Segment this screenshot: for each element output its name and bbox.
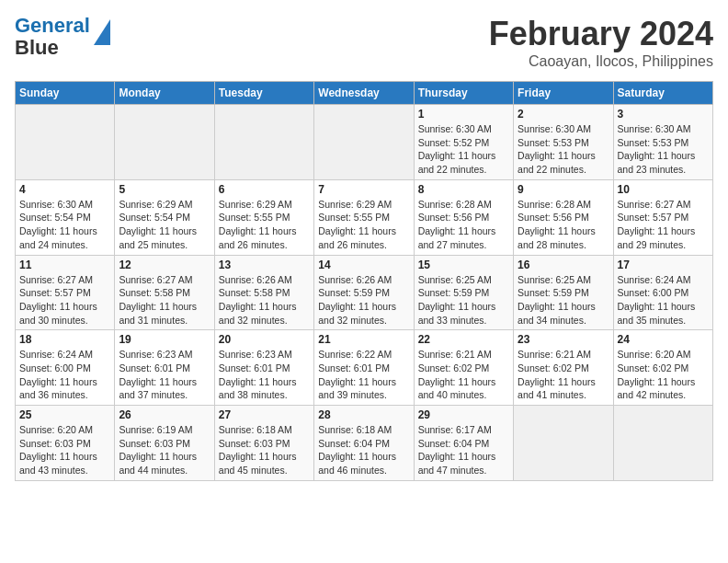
day-info: Sunrise: 6:27 AM Sunset: 5:57 PM Dayligh…: [618, 198, 709, 252]
page-subtitle: Caoayan, Ilocos, Philippines: [489, 53, 713, 70]
day-number: 20: [219, 333, 310, 346]
day-info: Sunrise: 6:25 AM Sunset: 5:59 PM Dayligh…: [518, 273, 609, 327]
day-number: 23: [518, 333, 609, 346]
day-number: 27: [219, 408, 310, 421]
day-info: Sunrise: 6:21 AM Sunset: 6:02 PM Dayligh…: [518, 348, 609, 402]
day-info: Sunrise: 6:24 AM Sunset: 6:00 PM Dayligh…: [618, 273, 709, 327]
column-header-sunday: Sunday: [16, 82, 115, 105]
day-number: 28: [318, 408, 409, 421]
day-number: 7: [318, 183, 409, 196]
calendar-table: SundayMondayTuesdayWednesdayThursdayFrid…: [15, 81, 713, 481]
calendar-cell: 17Sunrise: 6:24 AM Sunset: 6:00 PM Dayli…: [613, 255, 712, 330]
calendar-cell: 3Sunrise: 6:30 AM Sunset: 5:53 PM Daylig…: [613, 105, 712, 180]
calendar-cell: 11Sunrise: 6:27 AM Sunset: 5:57 PM Dayli…: [16, 255, 115, 330]
calendar-cell: 20Sunrise: 6:23 AM Sunset: 6:01 PM Dayli…: [214, 330, 313, 406]
day-number: 2: [518, 108, 609, 121]
day-number: 10: [618, 183, 709, 196]
day-info: Sunrise: 6:29 AM Sunset: 5:55 PM Dayligh…: [219, 198, 310, 252]
day-number: 13: [219, 259, 310, 271]
calendar-cell: 26Sunrise: 6:19 AM Sunset: 6:03 PM Dayli…: [115, 406, 214, 481]
calendar-cell: 12Sunrise: 6:27 AM Sunset: 5:58 PM Dayli…: [115, 255, 214, 330]
calendar-cell: [314, 105, 414, 180]
day-info: Sunrise: 6:30 AM Sunset: 5:53 PM Dayligh…: [518, 122, 609, 177]
day-number: 5: [119, 183, 210, 196]
day-number: 17: [618, 259, 709, 271]
calendar-cell: 4Sunrise: 6:30 AM Sunset: 5:54 PM Daylig…: [16, 179, 115, 255]
day-number: 3: [618, 108, 709, 121]
day-info: Sunrise: 6:19 AM Sunset: 6:03 PM Dayligh…: [119, 423, 210, 477]
day-info: Sunrise: 6:18 AM Sunset: 6:04 PM Dayligh…: [318, 423, 409, 477]
calendar-cell: 19Sunrise: 6:23 AM Sunset: 6:01 PM Dayli…: [115, 330, 214, 406]
day-number: 24: [618, 333, 709, 346]
day-info: Sunrise: 6:29 AM Sunset: 5:55 PM Dayligh…: [318, 198, 409, 252]
calendar-cell: [613, 406, 712, 481]
calendar-cell: [214, 105, 313, 180]
calendar-cell: 2Sunrise: 6:30 AM Sunset: 5:53 PM Daylig…: [514, 105, 613, 180]
calendar-cell: 29Sunrise: 6:17 AM Sunset: 6:04 PM Dayli…: [414, 406, 513, 481]
calendar-cell: 6Sunrise: 6:29 AM Sunset: 5:55 PM Daylig…: [214, 179, 313, 255]
column-header-wednesday: Wednesday: [314, 82, 414, 105]
column-header-friday: Friday: [514, 82, 613, 105]
day-info: Sunrise: 6:17 AM Sunset: 6:04 PM Dayligh…: [418, 423, 509, 477]
day-info: Sunrise: 6:26 AM Sunset: 5:58 PM Dayligh…: [219, 273, 310, 327]
calendar-cell: 24Sunrise: 6:20 AM Sunset: 6:02 PM Dayli…: [613, 330, 712, 406]
day-number: 6: [219, 183, 310, 196]
day-number: 16: [518, 259, 609, 271]
calendar-cell: [115, 105, 214, 180]
calendar-cell: 5Sunrise: 6:29 AM Sunset: 5:54 PM Daylig…: [115, 179, 214, 255]
day-info: Sunrise: 6:22 AM Sunset: 6:01 PM Dayligh…: [318, 348, 409, 402]
day-info: Sunrise: 6:20 AM Sunset: 6:02 PM Dayligh…: [618, 348, 709, 402]
day-info: Sunrise: 6:30 AM Sunset: 5:53 PM Dayligh…: [618, 122, 709, 177]
calendar-cell: 25Sunrise: 6:20 AM Sunset: 6:03 PM Dayli…: [16, 406, 115, 481]
page-header: GeneralBlue February 2024 Caoayan, Iloco…: [15, 15, 713, 70]
calendar-cell: 1Sunrise: 6:30 AM Sunset: 5:52 PM Daylig…: [414, 105, 513, 180]
day-info: Sunrise: 6:29 AM Sunset: 5:54 PM Dayligh…: [119, 198, 210, 252]
day-number: 15: [418, 259, 509, 271]
day-info: Sunrise: 6:27 AM Sunset: 5:57 PM Dayligh…: [19, 273, 110, 327]
day-info: Sunrise: 6:23 AM Sunset: 6:01 PM Dayligh…: [119, 348, 210, 402]
day-info: Sunrise: 6:27 AM Sunset: 5:58 PM Dayligh…: [119, 273, 210, 327]
calendar-cell: 23Sunrise: 6:21 AM Sunset: 6:02 PM Dayli…: [514, 330, 613, 406]
day-number: 19: [119, 333, 210, 346]
logo-icon: [94, 19, 110, 45]
day-info: Sunrise: 6:18 AM Sunset: 6:03 PM Dayligh…: [219, 423, 310, 477]
day-number: 29: [418, 408, 509, 421]
logo-text: GeneralBlue: [15, 15, 90, 59]
day-number: 4: [19, 183, 110, 196]
day-info: Sunrise: 6:20 AM Sunset: 6:03 PM Dayligh…: [19, 423, 110, 477]
day-info: Sunrise: 6:21 AM Sunset: 6:02 PM Dayligh…: [418, 348, 509, 402]
day-info: Sunrise: 6:23 AM Sunset: 6:01 PM Dayligh…: [219, 348, 310, 402]
calendar-cell: 16Sunrise: 6:25 AM Sunset: 5:59 PM Dayli…: [514, 255, 613, 330]
day-number: 12: [119, 259, 210, 271]
column-header-saturday: Saturday: [613, 82, 712, 105]
calendar-cell: 7Sunrise: 6:29 AM Sunset: 5:55 PM Daylig…: [314, 179, 414, 255]
page-title: February 2024: [489, 15, 713, 53]
day-number: 26: [119, 408, 210, 421]
day-number: 11: [19, 259, 110, 271]
day-number: 9: [518, 183, 609, 196]
day-number: 14: [318, 259, 409, 271]
svg-marker-0: [94, 19, 110, 45]
calendar-cell: 8Sunrise: 6:28 AM Sunset: 5:56 PM Daylig…: [414, 179, 513, 255]
day-info: Sunrise: 6:25 AM Sunset: 5:59 PM Dayligh…: [418, 273, 509, 327]
calendar-cell: 27Sunrise: 6:18 AM Sunset: 6:03 PM Dayli…: [214, 406, 313, 481]
calendar-cell: 22Sunrise: 6:21 AM Sunset: 6:02 PM Dayli…: [414, 330, 513, 406]
calendar-cell: 10Sunrise: 6:27 AM Sunset: 5:57 PM Dayli…: [613, 179, 712, 255]
day-info: Sunrise: 6:30 AM Sunset: 5:52 PM Dayligh…: [418, 122, 509, 177]
day-info: Sunrise: 6:30 AM Sunset: 5:54 PM Dayligh…: [19, 198, 110, 252]
day-info: Sunrise: 6:28 AM Sunset: 5:56 PM Dayligh…: [418, 198, 509, 252]
day-number: 8: [418, 183, 509, 196]
calendar-cell: 9Sunrise: 6:28 AM Sunset: 5:56 PM Daylig…: [514, 179, 613, 255]
logo: GeneralBlue: [15, 15, 110, 59]
day-info: Sunrise: 6:24 AM Sunset: 6:00 PM Dayligh…: [19, 348, 110, 402]
calendar-cell: 14Sunrise: 6:26 AM Sunset: 5:59 PM Dayli…: [314, 255, 414, 330]
day-info: Sunrise: 6:28 AM Sunset: 5:56 PM Dayligh…: [518, 198, 609, 252]
column-header-thursday: Thursday: [414, 82, 513, 105]
day-number: 21: [318, 333, 409, 346]
calendar-cell: 13Sunrise: 6:26 AM Sunset: 5:58 PM Dayli…: [214, 255, 313, 330]
calendar-cell: 28Sunrise: 6:18 AM Sunset: 6:04 PM Dayli…: [314, 406, 414, 481]
column-header-monday: Monday: [115, 82, 214, 105]
title-block: February 2024 Caoayan, Ilocos, Philippin…: [489, 15, 713, 70]
day-number: 25: [19, 408, 110, 421]
calendar-cell: 18Sunrise: 6:24 AM Sunset: 6:00 PM Dayli…: [16, 330, 115, 406]
